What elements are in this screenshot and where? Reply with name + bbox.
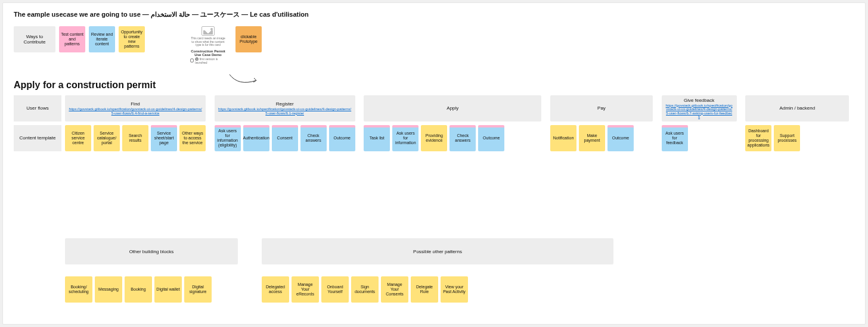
sticky-other-ways[interactable]: Other ways to access the service (179, 125, 206, 151)
sticky-consent[interactable]: Consent (272, 125, 298, 151)
flow-header-register: Register https://govstack.gitbook.io/spe… (215, 95, 355, 122)
header-other-patterns: Possible other patterns (262, 238, 613, 264)
link-find[interactable]: https://govstack.gitbook.io/specificatio… (69, 107, 202, 115)
flow-header-apply: Apply (364, 95, 541, 122)
row-label-userflows: User flows (14, 95, 61, 122)
flow-header-feedback: Give feedback https://govstack.gitbook.i… (662, 95, 737, 122)
sticky-support[interactable]: Support processes (774, 125, 800, 151)
stickies-pay: Notification Make payment Outcome (550, 125, 653, 151)
stickies-find: Citizen service centre Service catalogue… (65, 125, 206, 151)
image-placeholder-icon (202, 26, 215, 36)
sticky-outcome-pay[interactable]: Outcome (607, 125, 634, 151)
bottom-area: Other building blocks Booking/ schedulin… (14, 238, 613, 303)
flow-grid: User flows Find https://govstack.gitbook… (14, 95, 854, 151)
row-label-content: Content template (14, 125, 61, 151)
sticky-search-results[interactable]: Search results (122, 125, 148, 151)
stickies-feedback: Ask users for feedback (662, 125, 737, 151)
flow-header-find: Find https://govstack.gitbook.io/specifi… (65, 95, 206, 122)
placeholder-title: Construction Permit Use Case Demo (190, 49, 226, 57)
sticky-ask-info-apply[interactable]: Ask users for information (392, 125, 418, 151)
link-register[interactable]: https://govstack.gitbook.io/specificatio… (218, 107, 352, 115)
sticky-outcome-app[interactable]: Outcome (478, 125, 504, 151)
sticky-booking-scheduling[interactable]: Booking/ scheduling (65, 276, 92, 303)
sticky-opportunity[interactable]: Opportunity to create new patterns (119, 26, 145, 52)
sticky-sign-documents[interactable]: Sign documents (351, 276, 379, 303)
sticky-test-content[interactable]: Test content and patterns (59, 26, 85, 52)
stickies-other-bb: Booking/ scheduling Messaging Booking Di… (65, 276, 238, 303)
sticky-review-iterate[interactable]: Review and iterate content (89, 26, 115, 52)
flow-header-pay: Pay (550, 95, 653, 122)
sticky-task-list[interactable]: Task list (364, 125, 390, 151)
sticky-check-answers-reg[interactable]: Check answers (300, 125, 327, 151)
sticky-authentication[interactable]: Authentication (243, 125, 269, 151)
flow-header-admin: Admin / backend (745, 95, 849, 122)
other-building-blocks: Other building blocks Booking/ schedulin… (65, 238, 238, 303)
sticky-check-answers-app[interactable]: Check answers (450, 125, 476, 151)
sticky-notification[interactable]: Notification (550, 125, 576, 151)
sticky-digital-wallet[interactable]: Digital wallet (154, 276, 182, 303)
possible-other-patterns: Possible other patterns Delegated access… (262, 238, 613, 303)
section-heading: Apply for a construction permit (14, 80, 854, 91)
ways-to-contribute-row: Ways to Contribute Test content and patt… (14, 26, 854, 64)
ways-label: Ways to Contribute (14, 26, 55, 52)
sticky-ask-feedback[interactable]: Ask users for feedback (662, 125, 688, 151)
sticky-delegated-access[interactable]: Delegated access (262, 276, 289, 303)
sticky-onboard-yourself[interactable]: Onboard Yourself (321, 276, 349, 303)
sticky-clickable-prototype[interactable]: clickable Prototype (235, 26, 262, 52)
sticky-booking[interactable]: Booking (125, 276, 152, 303)
placeholder-caption: This card needs an image to show what th… (191, 37, 225, 47)
sticky-ask-info-eligibility[interactable]: Ask users for information (eligibility) (215, 125, 241, 151)
sticky-citizen-service[interactable]: Citizen service centre (65, 125, 91, 151)
placeholder-card: This card needs an image to show what th… (190, 26, 226, 64)
stickies-apply: Task list Ask users for information Prov… (364, 125, 541, 151)
sticky-outcome-reg[interactable]: Outcome (329, 125, 355, 151)
sticky-service-catalogue[interactable]: Service catalogue/ portal (94, 125, 120, 151)
stickies-admin: Dashboard for processing applications Su… (745, 125, 849, 151)
sticky-dashboard[interactable]: Dashboard for processing applications (745, 125, 771, 151)
link-feedback[interactable]: https://govstack.gitbook.io/specificatio… (665, 104, 733, 119)
stickies-other-patterns: Delegated access Manage Your eRecords On… (262, 276, 613, 303)
placeholder-radio: 🔘 first version is launched (190, 57, 226, 64)
sticky-service-sheet[interactable]: Service sheet/start page (151, 125, 177, 151)
page-title: The eample usecase we are going to use —… (14, 10, 854, 19)
sticky-evidence[interactable]: Providing evidence (421, 125, 447, 151)
sticky-digital-signature[interactable]: Digital signature (184, 276, 212, 303)
stickies-register: Ask users for information (eligibility) … (215, 125, 355, 151)
header-other-bb: Other building blocks (65, 238, 238, 264)
sticky-manage-erecords[interactable]: Manage Your eRecords (292, 276, 319, 303)
sticky-view-past[interactable]: View your Past Activity (441, 276, 468, 303)
sticky-make-payment[interactable]: Make payment (579, 125, 605, 151)
sticky-messaging[interactable]: Messaging (95, 276, 122, 303)
sticky-delegate-role[interactable]: Delegate Role (411, 276, 438, 303)
sticky-manage-consents[interactable]: Manage Your Consents (381, 276, 408, 303)
